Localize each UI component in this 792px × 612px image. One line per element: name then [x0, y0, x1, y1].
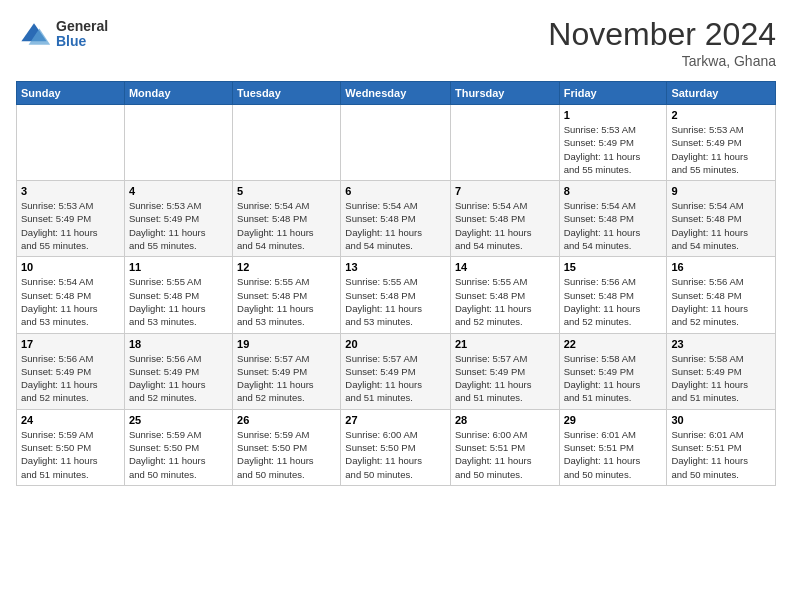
header-day: Sunday [17, 82, 125, 105]
day-number: 3 [21, 185, 120, 197]
calendar-cell: 11Sunrise: 5:55 AM Sunset: 5:48 PM Dayli… [124, 257, 232, 333]
logo: General Blue [16, 16, 108, 52]
day-info: Sunrise: 5:54 AM Sunset: 5:48 PM Dayligh… [564, 199, 663, 252]
header-day: Tuesday [233, 82, 341, 105]
day-info: Sunrise: 5:57 AM Sunset: 5:49 PM Dayligh… [237, 352, 336, 405]
day-number: 13 [345, 261, 446, 273]
calendar-cell: 15Sunrise: 5:56 AM Sunset: 5:48 PM Dayli… [559, 257, 667, 333]
calendar-cell [233, 105, 341, 181]
day-number: 16 [671, 261, 771, 273]
calendar-cell: 25Sunrise: 5:59 AM Sunset: 5:50 PM Dayli… [124, 409, 232, 485]
day-info: Sunrise: 5:55 AM Sunset: 5:48 PM Dayligh… [129, 275, 228, 328]
calendar-cell: 23Sunrise: 5:58 AM Sunset: 5:49 PM Dayli… [667, 333, 776, 409]
calendar-cell: 30Sunrise: 6:01 AM Sunset: 5:51 PM Dayli… [667, 409, 776, 485]
calendar-cell: 21Sunrise: 5:57 AM Sunset: 5:49 PM Dayli… [450, 333, 559, 409]
day-info: Sunrise: 5:57 AM Sunset: 5:49 PM Dayligh… [455, 352, 555, 405]
day-info: Sunrise: 6:00 AM Sunset: 5:50 PM Dayligh… [345, 428, 446, 481]
day-number: 9 [671, 185, 771, 197]
day-number: 20 [345, 338, 446, 350]
day-info: Sunrise: 5:54 AM Sunset: 5:48 PM Dayligh… [671, 199, 771, 252]
day-number: 17 [21, 338, 120, 350]
header-row: SundayMondayTuesdayWednesdayThursdayFrid… [17, 82, 776, 105]
day-number: 28 [455, 414, 555, 426]
calendar-cell: 26Sunrise: 5:59 AM Sunset: 5:50 PM Dayli… [233, 409, 341, 485]
header-day: Thursday [450, 82, 559, 105]
day-info: Sunrise: 5:53 AM Sunset: 5:49 PM Dayligh… [129, 199, 228, 252]
calendar-cell: 28Sunrise: 6:00 AM Sunset: 5:51 PM Dayli… [450, 409, 559, 485]
calendar-cell: 16Sunrise: 5:56 AM Sunset: 5:48 PM Dayli… [667, 257, 776, 333]
header-day: Saturday [667, 82, 776, 105]
calendar-cell: 9Sunrise: 5:54 AM Sunset: 5:48 PM Daylig… [667, 181, 776, 257]
day-info: Sunrise: 5:55 AM Sunset: 5:48 PM Dayligh… [345, 275, 446, 328]
page-header: General Blue November 2024 Tarkwa, Ghana [16, 16, 776, 69]
logo-text: General Blue [56, 19, 108, 50]
logo-blue: Blue [56, 34, 108, 49]
location: Tarkwa, Ghana [548, 53, 776, 69]
calendar-table: SundayMondayTuesdayWednesdayThursdayFrid… [16, 81, 776, 486]
day-info: Sunrise: 5:56 AM Sunset: 5:49 PM Dayligh… [129, 352, 228, 405]
day-number: 8 [564, 185, 663, 197]
day-number: 18 [129, 338, 228, 350]
day-info: Sunrise: 5:57 AM Sunset: 5:49 PM Dayligh… [345, 352, 446, 405]
day-info: Sunrise: 5:55 AM Sunset: 5:48 PM Dayligh… [237, 275, 336, 328]
calendar-cell: 29Sunrise: 6:01 AM Sunset: 5:51 PM Dayli… [559, 409, 667, 485]
calendar-week-row: 3Sunrise: 5:53 AM Sunset: 5:49 PM Daylig… [17, 181, 776, 257]
header-day: Friday [559, 82, 667, 105]
calendar-cell: 3Sunrise: 5:53 AM Sunset: 5:49 PM Daylig… [17, 181, 125, 257]
calendar-body: 1Sunrise: 5:53 AM Sunset: 5:49 PM Daylig… [17, 105, 776, 486]
calendar-cell: 24Sunrise: 5:59 AM Sunset: 5:50 PM Dayli… [17, 409, 125, 485]
day-info: Sunrise: 5:58 AM Sunset: 5:49 PM Dayligh… [564, 352, 663, 405]
day-info: Sunrise: 5:59 AM Sunset: 5:50 PM Dayligh… [129, 428, 228, 481]
calendar-cell: 20Sunrise: 5:57 AM Sunset: 5:49 PM Dayli… [341, 333, 451, 409]
calendar-cell: 27Sunrise: 6:00 AM Sunset: 5:50 PM Dayli… [341, 409, 451, 485]
day-number: 24 [21, 414, 120, 426]
day-number: 5 [237, 185, 336, 197]
day-info: Sunrise: 5:53 AM Sunset: 5:49 PM Dayligh… [564, 123, 663, 176]
day-info: Sunrise: 5:59 AM Sunset: 5:50 PM Dayligh… [237, 428, 336, 481]
calendar-cell: 10Sunrise: 5:54 AM Sunset: 5:48 PM Dayli… [17, 257, 125, 333]
calendar-week-row: 24Sunrise: 5:59 AM Sunset: 5:50 PM Dayli… [17, 409, 776, 485]
day-number: 2 [671, 109, 771, 121]
day-number: 11 [129, 261, 228, 273]
calendar-cell: 12Sunrise: 5:55 AM Sunset: 5:48 PM Dayli… [233, 257, 341, 333]
calendar-cell: 8Sunrise: 5:54 AM Sunset: 5:48 PM Daylig… [559, 181, 667, 257]
day-number: 1 [564, 109, 663, 121]
calendar-cell: 18Sunrise: 5:56 AM Sunset: 5:49 PM Dayli… [124, 333, 232, 409]
calendar-week-row: 1Sunrise: 5:53 AM Sunset: 5:49 PM Daylig… [17, 105, 776, 181]
header-day: Monday [124, 82, 232, 105]
calendar-header: SundayMondayTuesdayWednesdayThursdayFrid… [17, 82, 776, 105]
day-number: 25 [129, 414, 228, 426]
day-number: 29 [564, 414, 663, 426]
calendar-cell [17, 105, 125, 181]
day-number: 27 [345, 414, 446, 426]
day-number: 14 [455, 261, 555, 273]
calendar-cell: 13Sunrise: 5:55 AM Sunset: 5:48 PM Dayli… [341, 257, 451, 333]
day-info: Sunrise: 5:56 AM Sunset: 5:48 PM Dayligh… [671, 275, 771, 328]
day-number: 23 [671, 338, 771, 350]
calendar-cell: 6Sunrise: 5:54 AM Sunset: 5:48 PM Daylig… [341, 181, 451, 257]
day-info: Sunrise: 5:55 AM Sunset: 5:48 PM Dayligh… [455, 275, 555, 328]
day-info: Sunrise: 5:58 AM Sunset: 5:49 PM Dayligh… [671, 352, 771, 405]
day-info: Sunrise: 5:54 AM Sunset: 5:48 PM Dayligh… [345, 199, 446, 252]
day-number: 4 [129, 185, 228, 197]
day-info: Sunrise: 5:59 AM Sunset: 5:50 PM Dayligh… [21, 428, 120, 481]
calendar-cell: 1Sunrise: 5:53 AM Sunset: 5:49 PM Daylig… [559, 105, 667, 181]
month-title: November 2024 [548, 16, 776, 53]
day-info: Sunrise: 5:56 AM Sunset: 5:48 PM Dayligh… [564, 275, 663, 328]
day-number: 10 [21, 261, 120, 273]
day-info: Sunrise: 5:56 AM Sunset: 5:49 PM Dayligh… [21, 352, 120, 405]
logo-icon [16, 16, 52, 52]
calendar-cell: 17Sunrise: 5:56 AM Sunset: 5:49 PM Dayli… [17, 333, 125, 409]
calendar-cell: 14Sunrise: 5:55 AM Sunset: 5:48 PM Dayli… [450, 257, 559, 333]
day-number: 15 [564, 261, 663, 273]
day-number: 19 [237, 338, 336, 350]
day-info: Sunrise: 5:53 AM Sunset: 5:49 PM Dayligh… [21, 199, 120, 252]
day-number: 12 [237, 261, 336, 273]
calendar-week-row: 10Sunrise: 5:54 AM Sunset: 5:48 PM Dayli… [17, 257, 776, 333]
day-info: Sunrise: 5:54 AM Sunset: 5:48 PM Dayligh… [21, 275, 120, 328]
calendar-cell: 7Sunrise: 5:54 AM Sunset: 5:48 PM Daylig… [450, 181, 559, 257]
day-number: 22 [564, 338, 663, 350]
calendar-cell: 22Sunrise: 5:58 AM Sunset: 5:49 PM Dayli… [559, 333, 667, 409]
day-info: Sunrise: 5:54 AM Sunset: 5:48 PM Dayligh… [237, 199, 336, 252]
header-day: Wednesday [341, 82, 451, 105]
